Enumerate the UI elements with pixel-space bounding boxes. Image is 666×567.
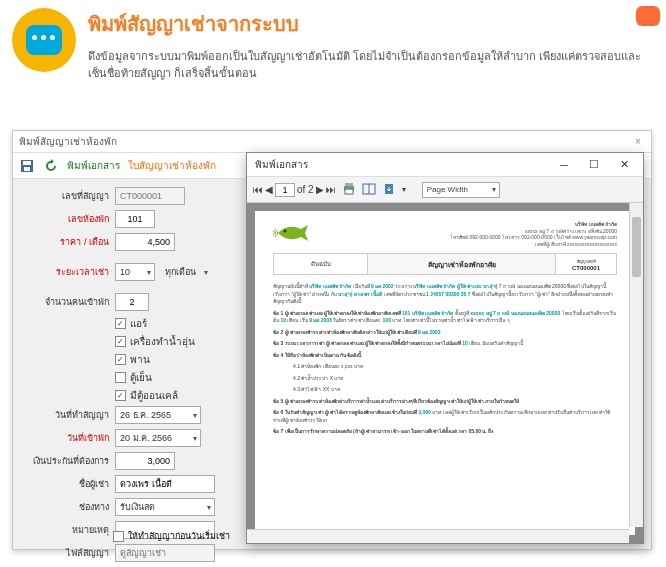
period-type-select[interactable]: ทุกเดือน (161, 263, 211, 281)
company-contact: โทรศัพท์ 092-000-0000 โทรสาร 092-000-000… (450, 234, 617, 241)
svg-rect-7 (345, 183, 353, 186)
rental-period-label: ระยะเวลาเช่า (23, 265, 109, 279)
horizontal-scrollbar[interactable] (247, 529, 629, 543)
svg-rect-1 (23, 161, 31, 165)
room-no-field[interactable] (115, 210, 155, 228)
company-taxid: เลขที่ผู้เสียภาษี xxxxxxxxxxxxxxxxxxxx (450, 241, 617, 248)
contract-date-picker[interactable]: 26 ธ.ค. 2565 (115, 406, 201, 424)
page-subtitle: ดึงข้อมูลจากระบบมาพิมพ์ออกเป็นใบสัญญาเช่… (88, 48, 654, 81)
feature-icon (12, 8, 76, 72)
fridge-checkbox[interactable] (115, 372, 126, 383)
last-page-icon[interactable]: ⏭ (326, 184, 336, 195)
minimize-button[interactable]: ─ (549, 154, 579, 176)
print-window-title: พิมพ์เอกสาร (251, 157, 549, 172)
tenants-field[interactable] (115, 293, 149, 311)
tenants-label: จำนวนคนเข้าพัก (23, 295, 109, 309)
window-title: พิมพ์สัญญาเช่าห้องพัก (19, 134, 631, 149)
close-icon[interactable]: × (631, 136, 645, 147)
contract-no-field (115, 187, 185, 205)
svg-rect-2 (24, 167, 30, 171)
save-icon[interactable] (19, 158, 35, 174)
first-page-icon[interactable]: ⏮ (253, 184, 263, 195)
print-icon[interactable] (342, 182, 356, 198)
contract-link[interactable]: ใบสัญญาเช่าห้องพัก (128, 158, 216, 173)
svg-point-12 (284, 230, 287, 233)
maximize-button[interactable]: ☐ (579, 154, 609, 176)
contract-file-field (115, 544, 215, 562)
furniture-checkbox[interactable] (115, 336, 126, 347)
contract-no-label: เลขที่สัญญา (23, 189, 109, 203)
other-checkbox[interactable] (115, 390, 126, 401)
zoom-select[interactable]: Page Width (422, 182, 500, 198)
prev-page-icon[interactable]: ◀ (265, 184, 273, 195)
export-icon[interactable] (382, 182, 396, 198)
close-button[interactable]: ✕ (609, 154, 639, 176)
document-page: บริษัท แบคคัช จำกัด xxxxx หมู่ 7 ถ วงษ์ส… (255, 211, 635, 535)
tenant-name-field[interactable] (115, 475, 215, 493)
deposit-field[interactable] (115, 452, 175, 470)
print-preview-window: พิมพ์เอกสาร ─ ☐ ✕ ⏮ ◀ of 2 ▶ ⏭ ▾ Page Wi… (246, 152, 644, 544)
page-title: พิมพ์สัญญาเช่าจากระบบ (88, 8, 654, 40)
tenant-name-label: ชื่อผู้เช่า (23, 477, 109, 491)
rental-period-select[interactable]: 10 (115, 263, 155, 281)
vertical-scrollbar[interactable] (629, 203, 643, 527)
price-label: ราคา / เดือน (23, 235, 109, 249)
contract-date-label: วันที่ทำสัญญา (23, 408, 109, 422)
checkin-date-picker[interactable]: 20 ม.ค. 2566 (115, 429, 201, 447)
price-field[interactable] (115, 233, 175, 251)
layout-icon[interactable] (362, 182, 376, 198)
room-no-label: เลขห้องพัก (23, 212, 109, 226)
page-total-label: of 2 (297, 184, 314, 195)
payment-label: ช่องทาง (23, 500, 109, 514)
page-number-field[interactable] (275, 183, 295, 197)
print-link[interactable]: พิมพ์เอกสาร (67, 158, 120, 173)
document-body: สัญญาฉบับนี้ทำที่ บริษัท แบคคัช จำกัด เม… (273, 283, 617, 436)
banner-left: ต้นฉบับ (274, 254, 368, 274)
pre-contract-checkbox[interactable] (113, 531, 124, 542)
fan-checkbox[interactable] (115, 354, 126, 365)
svg-rect-8 (345, 189, 353, 194)
banner-contract-no: CT000001 (572, 265, 600, 271)
company-logo (273, 221, 313, 245)
document-viewport: บริษัท แบคคัช จำกัด xxxxx หมู่ 7 ถ วงษ์ส… (247, 203, 643, 543)
note-label: หมายเหตุ (23, 523, 109, 537)
payment-select[interactable]: รับเงินสด (115, 498, 215, 516)
banner-title: สัญญาเช่าห้องพักอาศัย (368, 254, 556, 274)
contract-file-label: ไฟล์สัญญา (23, 546, 109, 560)
refresh-icon[interactable] (43, 158, 59, 174)
checkin-label: วันที่เข้าพัก (23, 431, 109, 445)
next-page-icon[interactable]: ▶ (316, 184, 324, 195)
aircon-checkbox[interactable] (115, 318, 126, 329)
deposit-label: เงินประกันที่ต้องการ (23, 454, 109, 468)
